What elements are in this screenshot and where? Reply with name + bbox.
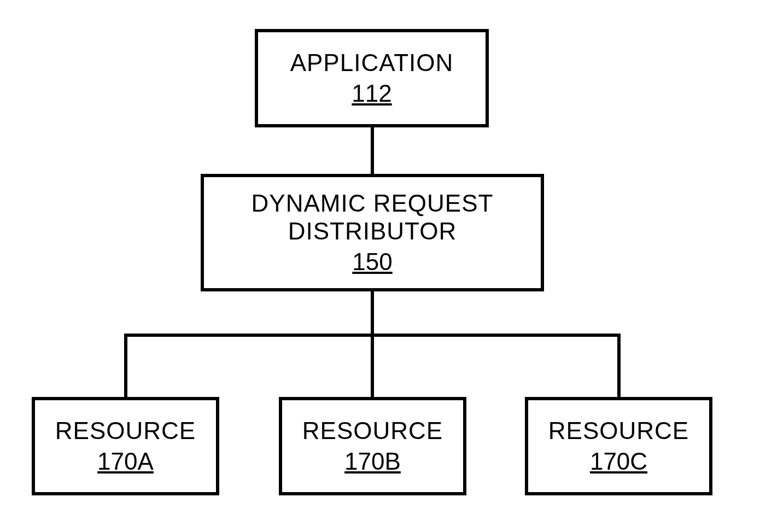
box-resource-c-number: 170C xyxy=(590,448,647,475)
box-distributor-title: DYNAMIC REQUEST DISTRIBUTOR xyxy=(252,190,494,245)
box-application: APPLICATION 112 xyxy=(255,29,489,127)
box-resource-c-title: RESOURCE xyxy=(548,417,689,445)
connector-to-resource-c xyxy=(617,334,621,397)
box-distributor: DYNAMIC REQUEST DISTRIBUTOR 150 xyxy=(201,174,544,291)
box-resource-a: RESOURCE 170A xyxy=(32,397,219,495)
box-resource-b: RESOURCE 170B xyxy=(279,397,466,495)
box-resource-b-title: RESOURCE xyxy=(302,417,443,445)
box-resource-a-number: 170A xyxy=(97,448,154,475)
box-resource-a-title: RESOURCE xyxy=(55,417,196,445)
box-application-title: APPLICATION xyxy=(290,49,454,77)
box-resource-b-number: 170B xyxy=(344,448,401,475)
connector-to-resource-a xyxy=(124,334,127,397)
diagram-canvas: APPLICATION 112 DYNAMIC REQUEST DISTRIBU… xyxy=(0,0,760,532)
box-resource-c: RESOURCE 170C xyxy=(525,397,712,495)
connector-distributor-stub xyxy=(371,291,374,335)
connector-to-resource-b xyxy=(371,335,374,397)
box-distributor-number: 150 xyxy=(352,248,392,276)
box-application-number: 112 xyxy=(352,80,391,107)
connector-app-to-distributor xyxy=(371,127,374,174)
